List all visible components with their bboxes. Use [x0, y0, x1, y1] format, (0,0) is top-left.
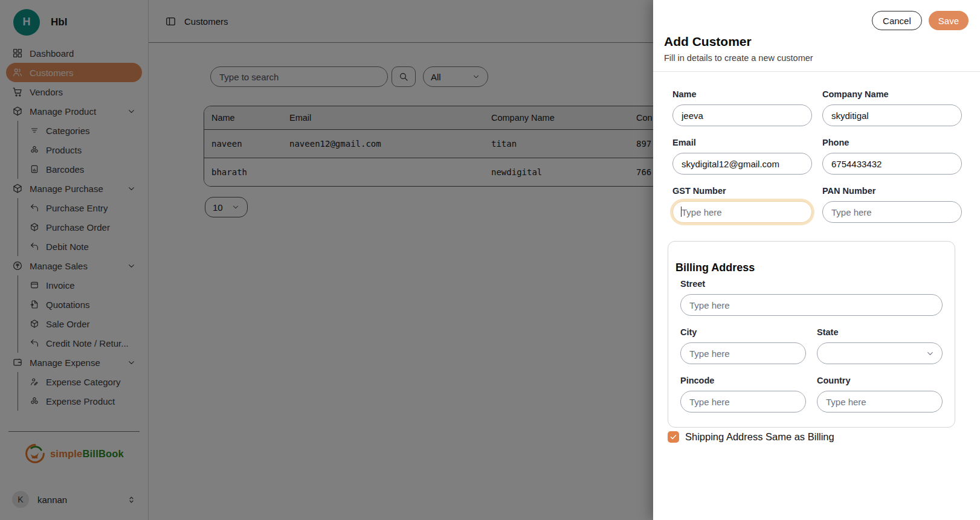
company-name-label: Company Name	[822, 89, 962, 99]
shipping-same-row: Shipping Address Same as Billing	[668, 431, 980, 443]
company-name-input[interactable]	[822, 104, 962, 126]
name-input[interactable]	[672, 104, 812, 126]
name-label: Name	[672, 89, 812, 99]
gst-number-label: GST Number	[672, 186, 812, 196]
city-label: City	[680, 327, 806, 337]
phone-label: Phone	[822, 138, 962, 147]
state-label: State	[817, 327, 943, 337]
drawer-subtitle: Fill in details to create a new customer	[664, 53, 969, 63]
pincode-label: Pincode	[680, 376, 806, 385]
billing-address-section: Billing Address Street City State Pincod	[668, 241, 955, 428]
save-button[interactable]: Save	[929, 11, 969, 30]
gst-number-input[interactable]	[672, 201, 812, 223]
text-cursor	[681, 207, 682, 217]
street-label: Street	[680, 279, 943, 289]
drawer-actions: Cancel Save	[872, 11, 969, 30]
billing-address-title: Billing Address	[675, 262, 943, 274]
drawer-header: Add Customer Fill in details to create a…	[653, 0, 980, 63]
pincode-input[interactable]	[680, 391, 806, 412]
shipping-same-checkbox[interactable]	[668, 431, 679, 443]
email-input[interactable]	[672, 153, 812, 175]
phone-input[interactable]	[822, 153, 962, 175]
cancel-button[interactable]: Cancel	[872, 11, 922, 30]
pan-number-input[interactable]	[822, 201, 962, 223]
country-label: Country	[817, 376, 943, 385]
city-input[interactable]	[680, 342, 806, 364]
state-select[interactable]	[817, 342, 943, 364]
country-input[interactable]	[817, 391, 943, 412]
email-label: Email	[672, 138, 812, 147]
add-customer-drawer: Cancel Save Add Customer Fill in details…	[653, 0, 980, 520]
street-input[interactable]	[680, 294, 943, 316]
pan-number-label: PAN Number	[822, 186, 962, 196]
drawer-title: Add Customer	[664, 34, 969, 49]
shipping-same-label: Shipping Address Same as Billing	[685, 431, 834, 443]
chevron-down-icon	[926, 349, 935, 358]
check-icon	[669, 433, 677, 441]
